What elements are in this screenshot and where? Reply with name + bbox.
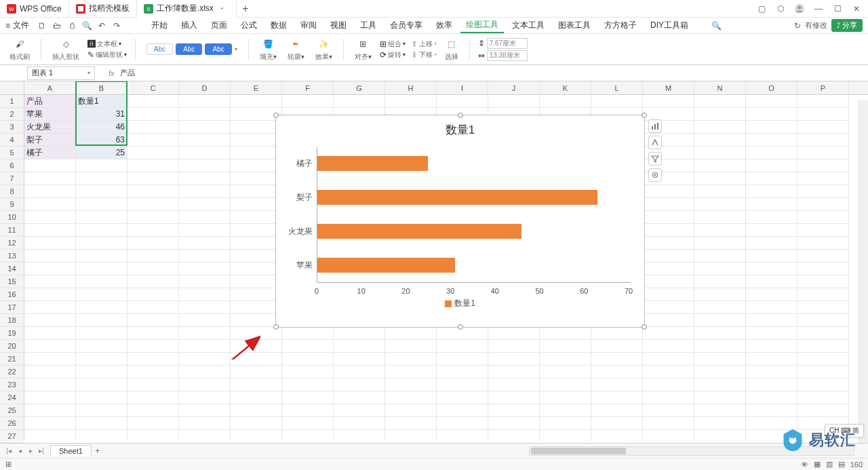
cell[interactable] [24, 301, 76, 314]
cell[interactable] [334, 327, 385, 340]
cell[interactable] [179, 224, 231, 237]
chart-object[interactable]: 数量1 橘子梨子火龙果苹果010203040506070 数量1 [275, 115, 645, 328]
cell[interactable] [540, 353, 591, 366]
chart-handle-se[interactable] [642, 324, 647, 330]
cell[interactable] [694, 134, 746, 146]
cell[interactable] [282, 340, 334, 353]
cell[interactable] [643, 340, 694, 353]
cell[interactable] [797, 146, 849, 159]
cell[interactable] [24, 417, 76, 430]
cell[interactable] [643, 353, 694, 366]
cell[interactable] [488, 366, 540, 378]
cell[interactable] [488, 391, 540, 404]
cell[interactable] [694, 198, 746, 211]
cell[interactable] [746, 159, 797, 172]
cell[interactable] [694, 417, 746, 430]
cell[interactable] [76, 262, 127, 275]
cell[interactable] [797, 327, 849, 340]
width-input[interactable] [487, 50, 528, 61]
cell[interactable] [231, 134, 282, 146]
cell[interactable] [127, 327, 179, 340]
cell[interactable] [282, 353, 334, 366]
col-header[interactable]: C [127, 81, 179, 94]
cell[interactable] [231, 95, 282, 108]
cell[interactable] [179, 391, 231, 404]
menu-tab-home[interactable]: 开始 [146, 18, 173, 33]
cell[interactable] [643, 327, 694, 340]
cell[interactable] [127, 378, 179, 391]
window-hex-icon[interactable]: ⬡ [772, 1, 789, 16]
cell[interactable] [282, 404, 334, 417]
cell[interactable] [746, 275, 797, 288]
cell[interactable] [24, 366, 76, 378]
scrollbar-thumb[interactable] [531, 448, 626, 454]
cell[interactable] [24, 250, 76, 262]
cell[interactable] [694, 301, 746, 314]
cell[interactable] [746, 198, 797, 211]
cell[interactable] [797, 250, 849, 262]
fx-icon[interactable]: fx [108, 69, 115, 77]
cell[interactable] [797, 198, 849, 211]
cell[interactable] [334, 366, 385, 378]
cell[interactable] [179, 378, 231, 391]
cell[interactable] [231, 340, 282, 353]
cell[interactable] [179, 159, 231, 172]
vertical-scrollbar[interactable] [859, 100, 868, 445]
cell[interactable] [746, 378, 797, 391]
chart-handle-nw[interactable] [273, 113, 279, 118]
cell[interactable] [643, 224, 694, 237]
view-break-icon[interactable]: ▤ [838, 460, 845, 469]
cell[interactable] [334, 95, 385, 108]
ribbon-edit-shape[interactable]: ✎编辑形状▾ [87, 50, 127, 60]
cell[interactable] [334, 353, 385, 366]
cell[interactable] [179, 172, 231, 185]
cell[interactable] [694, 391, 746, 404]
cell[interactable] [231, 430, 282, 441]
cell[interactable] [24, 378, 76, 391]
menu-tab-review[interactable]: 审阅 [295, 18, 322, 33]
cell[interactable] [797, 275, 849, 288]
col-header[interactable]: A [24, 81, 76, 94]
cell[interactable] [797, 211, 849, 224]
preview-icon[interactable]: 🔍 [81, 20, 93, 32]
menu-tab-formula[interactable]: 公式 [235, 18, 262, 33]
zoom-level[interactable]: 160 [850, 461, 863, 469]
cell[interactable] [643, 95, 694, 108]
row-header[interactable]: 18 [0, 314, 24, 327]
cell[interactable] [179, 146, 231, 159]
cell[interactable] [231, 366, 282, 378]
cell[interactable] [76, 211, 127, 224]
cell[interactable] [591, 417, 643, 430]
status-icon[interactable]: ⊞ [5, 460, 12, 469]
cell[interactable] [694, 275, 746, 288]
cell[interactable] [643, 237, 694, 250]
cell[interactable] [694, 172, 746, 185]
cell[interactable] [127, 275, 179, 288]
cell[interactable] [746, 211, 797, 224]
cell[interactable] [694, 159, 746, 172]
cell[interactable] [127, 108, 179, 121]
cell[interactable] [540, 391, 591, 404]
cell[interactable] [694, 314, 746, 327]
row-header[interactable]: 3 [0, 121, 24, 134]
cell[interactable] [231, 288, 282, 301]
col-header[interactable]: N [694, 81, 746, 94]
cell[interactable] [643, 185, 694, 198]
cell[interactable] [76, 404, 127, 417]
cell[interactable] [76, 314, 127, 327]
cell[interactable] [127, 146, 179, 159]
cell[interactable] [231, 301, 282, 314]
size-width[interactable]: ⇔ [478, 50, 528, 61]
cell[interactable] [127, 237, 179, 250]
cell[interactable] [643, 404, 694, 417]
cell[interactable] [231, 237, 282, 250]
row-header[interactable]: 22 [0, 366, 24, 378]
cell[interactable] [24, 185, 76, 198]
cell[interactable] [694, 224, 746, 237]
cell[interactable] [385, 353, 437, 366]
cell[interactable] [76, 301, 127, 314]
cell[interactable] [127, 211, 179, 224]
cell[interactable] [179, 340, 231, 353]
cell[interactable] [24, 404, 76, 417]
cell[interactable] [746, 391, 797, 404]
